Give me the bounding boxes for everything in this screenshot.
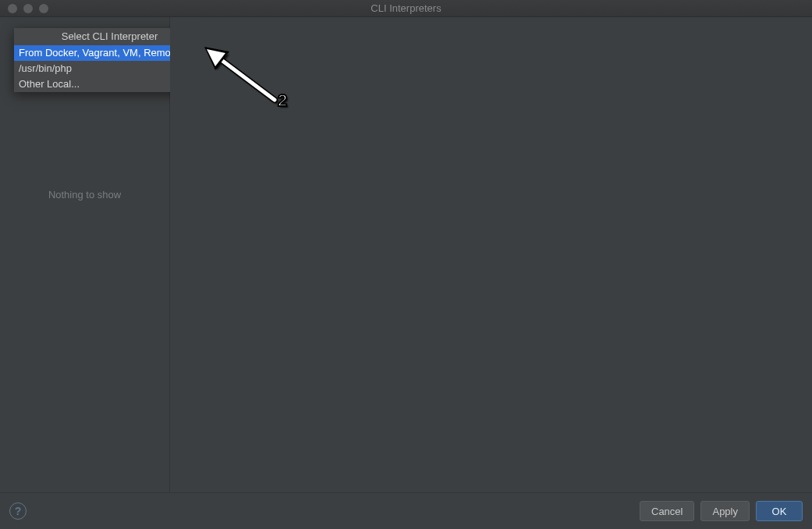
apply-button[interactable]: Apply (700, 501, 750, 521)
titlebar: CLI Interpreters (0, 0, 812, 17)
ok-button[interactable]: OK (756, 501, 803, 521)
traffic-lights (0, 4, 48, 13)
cancel-button[interactable]: Cancel (640, 501, 694, 521)
dialog-footer: ? Cancel Apply OK (0, 492, 812, 529)
close-window-icon[interactable] (8, 4, 17, 13)
window-title: CLI Interpreters (0, 2, 812, 14)
body: Nothing to show Select CLI Interpreter F… (0, 17, 812, 529)
minimize-window-icon[interactable] (23, 4, 33, 13)
detail-panel (170, 17, 812, 492)
list-toolbar (0, 17, 169, 28)
zoom-window-icon[interactable] (39, 4, 48, 13)
empty-list-label: Nothing to show (0, 189, 169, 201)
help-icon[interactable]: ? (9, 502, 27, 520)
